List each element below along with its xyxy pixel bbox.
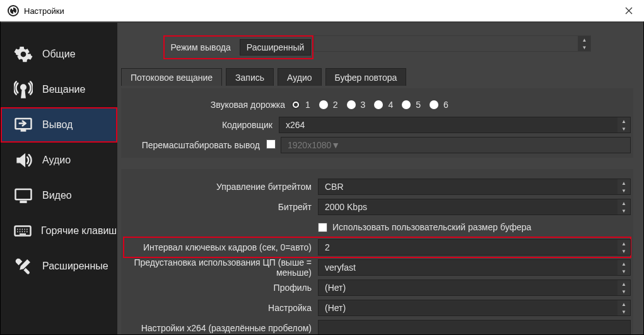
sidebar-item-stream[interactable]: Вещание — [1, 72, 117, 107]
sidebar-item-video[interactable]: Видео — [1, 178, 117, 213]
audio-track-3[interactable] — [347, 100, 356, 109]
rate-control-combo[interactable]: CBR ▲▼ — [318, 179, 631, 195]
x264opts-label: Настройки x264 (разделённые пробелом) — [124, 323, 313, 333]
custom-bufsize-checkbox[interactable] — [318, 223, 327, 232]
rate-control-label: Управление битрейтом — [124, 182, 313, 192]
audio-track-5[interactable] — [402, 100, 411, 109]
tab-recording[interactable]: Запись — [226, 68, 274, 86]
keyboard-icon — [13, 221, 32, 241]
output-mode-group: Режим вывода Расширенный — [163, 35, 314, 59]
updown-icon: ▲▼ — [618, 260, 630, 275]
updown-icon: ▲▼ — [618, 280, 630, 295]
updown-icon: ▲▼ — [618, 117, 630, 132]
tab-replaybuffer[interactable]: Буфер повтора — [325, 68, 407, 86]
sidebar-item-label: Вывод — [42, 119, 73, 131]
x264opts-input[interactable] — [318, 320, 631, 334]
updown-icon: ▲▼ — [618, 240, 630, 255]
content: Режим вывода Расширенный ▲▼ Потоковое ве… — [117, 23, 643, 334]
sidebar-item-general[interactable]: Общие — [1, 37, 117, 72]
sidebar-item-label: Общие — [42, 49, 76, 60]
sidebar-item-label: Горячие клавиши — [41, 225, 117, 237]
rescale-label: Перемасштабировать вывод — [124, 140, 261, 150]
audio-track-1[interactable] — [291, 100, 300, 109]
tune-label: Настройка — [124, 303, 313, 313]
keyint-label: Интервал ключевых кадров (сек, 0=авто) — [124, 241, 313, 254]
speaker-icon — [13, 150, 33, 170]
output-tabs: Потоковое вещание Запись Аудио Буфер пов… — [121, 68, 633, 86]
encoder-label: Кодировщик — [124, 120, 274, 130]
sidebar-item-hotkeys[interactable]: Горячие клавиши — [1, 213, 117, 249]
sidebar-item-label: Видео — [42, 190, 72, 201]
cpu-preset-combo[interactable]: veryfast ▲▼ — [318, 259, 631, 276]
sidebar-item-output[interactable]: Вывод — [1, 107, 117, 143]
svg-rect-3 — [16, 189, 32, 199]
sidebar: Общие Вещание Вывод Аудио Видео — [1, 23, 117, 334]
streaming-pane: Звуковая дорожка 1 2 3 4 5 6 Кодировщик … — [121, 88, 633, 158]
audio-track-label: Звуковая дорожка — [124, 100, 286, 110]
close-button[interactable] — [618, 2, 640, 20]
bitrate-label: Битрейт — [124, 202, 313, 212]
output-mode-value: Расширенный — [247, 42, 305, 52]
encoder-settings-pane: Управление битрейтом CBR ▲▼ Битрейт 2000… — [121, 169, 633, 334]
updown-icon: ▲▼ — [618, 199, 630, 215]
window-title: Настройки — [24, 6, 64, 16]
bitrate-input[interactable]: 2000 Kbps ▲▼ — [318, 199, 631, 215]
audio-track-radios: 1 2 3 4 5 6 — [291, 100, 631, 110]
output-mode-spacer-combo[interactable]: ▲▼ — [313, 35, 591, 52]
sidebar-item-audio[interactable]: Аудио — [1, 143, 117, 178]
svg-rect-4 — [20, 201, 26, 203]
encoder-combo[interactable]: x264 ▲▼ — [279, 117, 631, 133]
monitor-icon — [13, 185, 33, 206]
sidebar-item-advanced[interactable]: Расширенные — [1, 249, 117, 284]
app-icon — [8, 5, 19, 16]
rescale-checkbox[interactable] — [266, 139, 276, 149]
sidebar-item-label: Вещание — [42, 84, 85, 95]
updown-icon: ▲▼ — [618, 300, 630, 315]
gear-icon — [13, 44, 33, 64]
cpu-preset-label: Предустановка использования ЦП (выше = м… — [124, 257, 313, 278]
profile-label: Профиль — [124, 283, 313, 293]
tab-streaming[interactable]: Потоковое вещание — [121, 68, 222, 86]
sidebar-item-label: Аудио — [42, 155, 71, 166]
keyint-row: Интервал ключевых кадров (сек, 0=авто) 2… — [124, 237, 631, 257]
audio-track-2[interactable] — [319, 100, 328, 109]
audio-track-6[interactable] — [430, 100, 438, 109]
custom-bufsize-label: Использовать пользовательский размер буф… — [332, 222, 531, 232]
output-mode-combo[interactable]: Расширенный — [240, 39, 312, 56]
chevron-down-icon: ▼ — [331, 140, 340, 150]
svg-point-0 — [21, 85, 25, 89]
profile-combo[interactable]: (Нет) ▲▼ — [318, 279, 631, 296]
tune-combo[interactable]: (Нет) ▲▼ — [318, 300, 631, 316]
svg-rect-2 — [21, 130, 26, 132]
keyint-input[interactable]: 2 ▲▼ — [318, 239, 631, 256]
updown-icon: ▲▼ — [578, 36, 590, 51]
rescale-combo[interactable]: 1920x1080 ▼ — [281, 137, 631, 153]
updown-icon: ▲▼ — [618, 179, 630, 194]
audio-track-4[interactable] — [374, 100, 383, 109]
broadcast-icon — [13, 79, 33, 100]
sidebar-item-label: Расширенные — [42, 261, 108, 272]
output-icon — [13, 115, 33, 135]
output-mode-label: Режим вывода — [166, 40, 236, 55]
tab-audio[interactable]: Аудио — [278, 68, 322, 86]
titlebar: Настройки — [0, 0, 644, 21]
tools-icon — [13, 256, 33, 276]
